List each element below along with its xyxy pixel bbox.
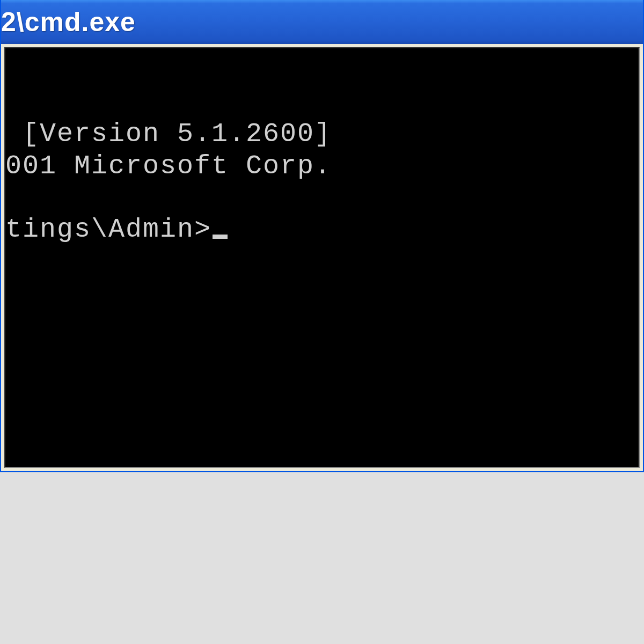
command-prompt-window: 2\cmd.exe [Version 5.1.2600]001 Microsof…: [0, 0, 644, 472]
titlebar[interactable]: 2\cmd.exe: [1, 0, 643, 44]
window-title: 2\cmd.exe: [1, 6, 136, 38]
terminal[interactable]: [Version 5.1.2600]001 Microsoft Corp.tin…: [5, 48, 639, 467]
cursor-icon: [213, 235, 228, 239]
terminal-output-line: [Version 5.1.2600]: [5, 118, 639, 150]
terminal-output-line: 001 Microsoft Corp.: [5, 150, 639, 182]
client-area: [Version 5.1.2600]001 Microsoft Corp.tin…: [4, 47, 640, 468]
command-prompt: tings\Admin>: [5, 214, 211, 245]
blank-line: [5, 182, 639, 214]
